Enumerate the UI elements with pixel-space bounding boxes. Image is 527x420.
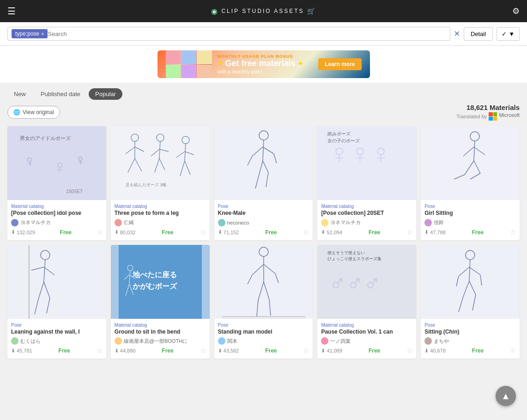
- svg-line-47: [44, 260, 45, 282]
- svg-line-38: [474, 141, 475, 161]
- card-price: Free: [369, 229, 380, 236]
- card-item[interactable]: 足を組んだポーズ 3種 Material catalog Three pose …: [111, 126, 210, 240]
- card-type: Pose: [218, 204, 309, 209]
- card-title: [Pose collection] 20SET: [321, 210, 412, 217]
- card-author: 線画屋本店@一部BOOTHに: [115, 337, 206, 345]
- svg-line-32: [262, 161, 268, 172]
- author-avatar: [115, 337, 122, 345]
- search-tag-pose[interactable]: type:pose ×: [12, 29, 48, 38]
- card-thumbnail: 足を組んだポーズ 3種: [111, 126, 210, 200]
- download-icon: ⬇: [11, 229, 15, 235]
- cart-icon[interactable]: 🛒: [307, 7, 316, 15]
- svg-line-49: [44, 267, 55, 275]
- app-logo: ◉ CLIP STUDIO ASSETS 🛒: [211, 7, 315, 16]
- menu-icon[interactable]: ☰: [7, 6, 16, 17]
- view-original-button[interactable]: 🌐 View original: [7, 106, 60, 119]
- svg-line-67: [263, 264, 275, 274]
- card-author: neconeco: [218, 219, 309, 226]
- author-name: 関木: [227, 338, 237, 345]
- card-type: Pose: [424, 323, 516, 328]
- card-footer: ⬇ 40,678 Free ☆: [424, 347, 516, 355]
- banner-learn-more-button[interactable]: Learn more: [318, 58, 361, 70]
- card-body: Pose Knee-Male neconeco ⬇ 71,152 Free ☆: [214, 200, 313, 240]
- favorite-star-icon[interactable]: ☆: [303, 347, 309, 355]
- author-name: むくはら: [20, 338, 41, 345]
- svg-text:女の子のポーズ: 女の子のポーズ: [327, 138, 360, 143]
- favorite-star-icon[interactable]: ☆: [303, 228, 309, 237]
- card-item[interactable]: 地べたに座る かがむポーズ Material catalog Ground to…: [111, 245, 210, 359]
- card-item[interactable]: ♀ ♀ ♀ 男女のアイドルポーズ 150SET Material catalog…: [7, 126, 106, 240]
- svg-point-63: [259, 247, 268, 256]
- svg-line-66: [247, 275, 252, 284]
- svg-text:地べたに座る: 地べたに座る: [132, 270, 177, 279]
- card-author: 関木: [218, 337, 309, 345]
- card-item[interactable]: Pose Standing man model 関木 ⬇ 43,582 Free…: [214, 245, 313, 359]
- svg-point-78: [466, 250, 475, 260]
- card-item[interactable]: Pose Knee-Male neconeco ⬇ 71,152 Free ☆: [214, 126, 313, 240]
- search-tag-label: type:pose: [15, 30, 39, 37]
- svg-point-46: [41, 250, 50, 260]
- card-thumbnail: [7, 245, 106, 319]
- search-tag-remove[interactable]: ×: [41, 31, 44, 37]
- card-title: Girl Sitting: [424, 210, 516, 217]
- tab-new[interactable]: New: [7, 88, 32, 100]
- download-icon: ⬇: [218, 229, 222, 235]
- card-item[interactable]: Pose Leaning against the wall, I むくはら ⬇ …: [7, 245, 106, 359]
- search-clear-button[interactable]: ×: [454, 28, 460, 40]
- sort-button[interactable]: ✓ ▼: [497, 27, 520, 41]
- banner-badge: Monthly usage plan bonus: [218, 54, 303, 59]
- gear-icon[interactable]: ⚙: [512, 6, 520, 16]
- promo-banner[interactable]: Monthly usage plan bonus ✦ Get free mate…: [157, 50, 370, 78]
- search-input[interactable]: [48, 30, 446, 37]
- card-item[interactable]: ♂♂♂ 使えそうで使えない ひょっこり使えスラポーズ集 Material cat…: [317, 245, 416, 359]
- svg-line-50: [38, 282, 44, 299]
- favorite-star-icon[interactable]: ☆: [97, 228, 103, 237]
- download-icon: ⬇: [424, 348, 429, 354]
- download-count: 52,094: [327, 230, 342, 235]
- card-author: 佳鈴: [424, 219, 516, 226]
- svg-text:♀: ♀: [74, 151, 86, 169]
- card-downloads: ⬇ 44,880: [115, 348, 136, 354]
- detail-button[interactable]: Detail: [464, 27, 493, 41]
- download-icon: ⬇: [115, 229, 119, 235]
- favorite-star-icon[interactable]: ☆: [510, 347, 516, 355]
- card-type: Pose: [424, 204, 516, 209]
- app-title: CLIP STUDIO ASSETS: [221, 8, 304, 14]
- card-body: Pose Sitting (Chin) まちや ⬇ 40,678 Free ☆: [421, 319, 520, 359]
- download-icon: ⬇: [321, 229, 325, 235]
- card-thumbnail: [214, 126, 313, 200]
- favorite-star-icon[interactable]: ☆: [406, 228, 412, 237]
- card-item[interactable]: Pose Girl Sitting 佳鈴 ⬇ 47,788 Free ☆: [421, 126, 520, 240]
- svg-line-7: [126, 147, 135, 154]
- svg-line-81: [456, 276, 459, 286]
- svg-point-37: [470, 132, 479, 141]
- card-footer: ⬇ 71,152 Free ☆: [218, 228, 309, 237]
- translated-by-label: Translated by: [456, 114, 487, 119]
- download-count: 45,781: [17, 348, 32, 353]
- banner-sparkle: ✦: [218, 59, 224, 68]
- card-body: Pose Standing man model 関木 ⬇ 43,582 Free…: [214, 319, 313, 359]
- svg-line-42: [454, 175, 465, 179]
- download-count: 43,582: [224, 348, 239, 353]
- svg-line-9: [128, 158, 135, 172]
- check-icon: ✓: [502, 30, 507, 37]
- svg-line-14: [159, 149, 169, 152]
- card-item[interactable]: Pose Sitting (Chin) まちや ⬇ 40,678 Free ☆: [421, 245, 520, 359]
- favorite-star-icon[interactable]: ☆: [200, 347, 206, 355]
- favorite-star-icon[interactable]: ☆: [97, 347, 103, 355]
- svg-line-79: [469, 260, 470, 281]
- favorite-star-icon[interactable]: ☆: [510, 228, 516, 237]
- card-thumbnail: [421, 126, 520, 200]
- card-item[interactable]: ♀♀♀ 絶みポーズ 女の子のポーズ Material catalog [Pose…: [317, 126, 416, 240]
- sort-tabs: New Published date Popular: [0, 83, 527, 103]
- svg-point-17: [182, 136, 189, 144]
- svg-text:足を組んだポーズ 3種: 足を組んだポーズ 3種: [126, 183, 167, 187]
- tab-published-date[interactable]: Published date: [34, 88, 87, 100]
- tab-popular[interactable]: Popular: [89, 88, 122, 100]
- card-footer: ⬇ 44,880 Free ☆: [115, 347, 206, 355]
- banner-main-text: Get free materials: [225, 59, 296, 68]
- favorite-star-icon[interactable]: ☆: [200, 228, 206, 237]
- favorite-star-icon[interactable]: ☆: [406, 347, 412, 355]
- author-name: 仁緒: [124, 219, 134, 226]
- globe-icon: 🌐: [13, 109, 20, 116]
